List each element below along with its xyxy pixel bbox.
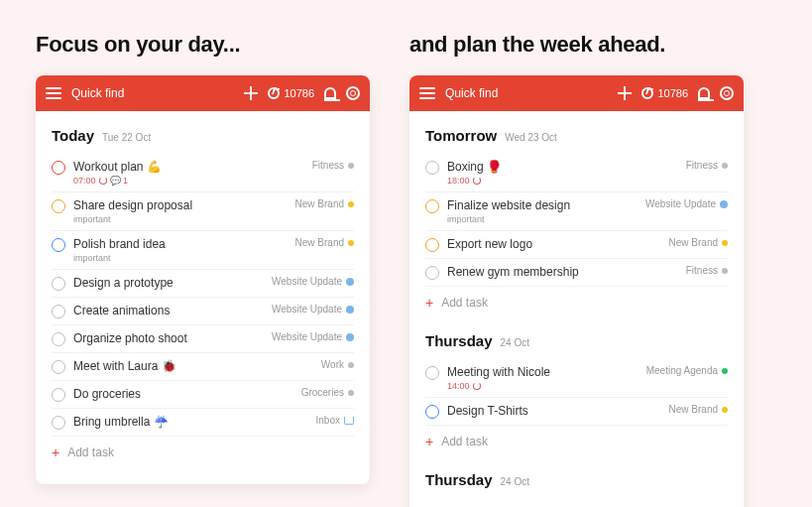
task-project[interactable]: New Brand bbox=[669, 237, 728, 248]
task-name: Design a prototype bbox=[73, 276, 264, 290]
add-task-button[interactable]: + Add task bbox=[425, 287, 728, 315]
task-project[interactable]: Website Update bbox=[272, 304, 354, 315]
settings-icon[interactable] bbox=[720, 86, 734, 100]
quick-find-input[interactable]: Quick find bbox=[445, 86, 618, 100]
task-project[interactable]: Fitness bbox=[686, 160, 728, 171]
task-name: Bring umbrella ☔ bbox=[73, 415, 308, 429]
topbar: Quick find 10786 bbox=[36, 75, 370, 111]
task-checkbox[interactable] bbox=[52, 388, 65, 402]
task-project[interactable]: New Brand bbox=[295, 237, 354, 248]
task-checkbox[interactable] bbox=[52, 416, 65, 430]
task-checkbox[interactable] bbox=[425, 366, 439, 380]
task-project[interactable]: Groceries bbox=[301, 387, 354, 398]
plus-icon: + bbox=[425, 295, 433, 311]
add-task-label: Add task bbox=[67, 445, 114, 459]
task-row[interactable]: Boxing 🥊 18:00 Fitness bbox=[425, 154, 728, 192]
task-row[interactable]: Share design proposal important New Bran… bbox=[52, 192, 354, 231]
project-dot-icon bbox=[722, 163, 728, 169]
task-checkbox[interactable] bbox=[52, 161, 65, 175]
menu-icon[interactable] bbox=[419, 87, 435, 99]
task-project[interactable]: New Brand bbox=[669, 404, 728, 415]
task-row[interactable]: Workout plan 💪 07:00💬 1 Fitness bbox=[52, 154, 354, 192]
task-name: Design T-Shirts bbox=[447, 404, 661, 418]
project-dot-icon bbox=[348, 240, 354, 246]
task-checkbox[interactable] bbox=[425, 266, 439, 280]
plus-icon: + bbox=[52, 444, 59, 460]
task-name: Create animations bbox=[73, 304, 264, 317]
task-name: Workout plan 💪 bbox=[73, 160, 304, 174]
task-checkbox[interactable] bbox=[52, 360, 65, 374]
add-task-button[interactable]: + Add task bbox=[425, 498, 728, 507]
task-row[interactable]: Bring umbrella ☔ Inbox bbox=[52, 409, 354, 437]
task-row[interactable]: Polish brand idea important New Brand bbox=[52, 231, 354, 270]
notifications-icon[interactable] bbox=[324, 87, 336, 99]
assignee-icon bbox=[346, 306, 354, 314]
add-task-label: Add task bbox=[441, 296, 488, 310]
task-row[interactable]: Organize photo shoot Website Update bbox=[52, 325, 354, 353]
task-project[interactable]: Website Update bbox=[272, 276, 354, 287]
recurring-icon bbox=[473, 382, 481, 390]
assignee-icon bbox=[346, 278, 354, 286]
add-icon[interactable] bbox=[618, 86, 632, 100]
recurring-icon bbox=[473, 177, 481, 185]
notifications-icon[interactable] bbox=[698, 87, 710, 99]
task-checkbox[interactable] bbox=[425, 238, 439, 252]
settings-icon[interactable] bbox=[346, 86, 360, 100]
project-dot-icon bbox=[348, 201, 354, 207]
task-project[interactable]: Fitness bbox=[312, 160, 354, 171]
menu-icon[interactable] bbox=[46, 87, 61, 99]
add-icon[interactable] bbox=[244, 86, 258, 100]
task-row[interactable]: Meeting with Nicole 14:00 Meeting Agenda bbox=[425, 359, 728, 398]
task-checkbox[interactable] bbox=[52, 199, 65, 213]
task-row[interactable]: Create animations Website Update bbox=[52, 298, 354, 325]
section-title: Thursday bbox=[425, 471, 493, 488]
project-dot-icon bbox=[722, 268, 728, 274]
task-project[interactable]: Work bbox=[321, 359, 354, 370]
task-row[interactable]: Meet with Laura 🐞 Work bbox=[52, 353, 354, 381]
task-project[interactable]: Inbox bbox=[316, 415, 354, 426]
section-header: Tomorrow Wed 23 Oct bbox=[425, 127, 728, 144]
assignee-icon bbox=[720, 200, 728, 208]
task-checkbox[interactable] bbox=[425, 405, 439, 419]
task-row[interactable]: Renew gym membership Fitness bbox=[425, 259, 728, 287]
task-checkbox[interactable] bbox=[52, 238, 65, 252]
task-name: Boxing 🥊 bbox=[447, 160, 678, 174]
topbar: Quick find 10786 bbox=[409, 75, 744, 111]
page-heading-right: and plan the week ahead. bbox=[409, 32, 744, 58]
task-checkbox[interactable] bbox=[52, 332, 65, 346]
task-name: Organize photo shoot bbox=[73, 331, 264, 345]
task-project[interactable]: Fitness bbox=[686, 265, 728, 276]
add-task-button[interactable]: + Add task bbox=[425, 426, 728, 453]
section-date: Tue 22 Oct bbox=[102, 132, 151, 143]
task-project[interactable]: Website Update bbox=[645, 198, 728, 209]
task-row[interactable]: Finalize website design important Websit… bbox=[425, 192, 728, 231]
project-dot-icon bbox=[348, 390, 354, 396]
task-name: Export new logo bbox=[447, 237, 661, 251]
project-dot-icon bbox=[348, 362, 354, 368]
task-row[interactable]: Do groceries Groceries bbox=[52, 381, 354, 409]
assignee-icon bbox=[346, 333, 354, 341]
task-row[interactable]: Export new logo New Brand bbox=[425, 231, 728, 259]
add-task-button[interactable]: + Add task bbox=[52, 437, 354, 464]
project-dot-icon bbox=[722, 368, 728, 374]
task-meta: important bbox=[73, 253, 288, 263]
task-name: Meet with Laura 🐞 bbox=[73, 359, 313, 373]
task-name: Finalize website design bbox=[447, 198, 638, 212]
karma-count[interactable]: 10786 bbox=[268, 87, 314, 99]
task-project[interactable]: New Brand bbox=[295, 198, 354, 209]
quick-find-input[interactable]: Quick find bbox=[71, 86, 244, 100]
task-checkbox[interactable] bbox=[425, 161, 439, 175]
app-card-upcoming: Quick find 10786 Tomorrow Wed 23 Oct Box… bbox=[409, 75, 744, 507]
karma-count[interactable]: 10786 bbox=[641, 87, 688, 99]
comment-count: 💬 1 bbox=[110, 176, 129, 186]
task-checkbox[interactable] bbox=[52, 277, 65, 291]
task-project[interactable]: Website Update bbox=[272, 331, 354, 342]
task-checkbox[interactable] bbox=[425, 199, 439, 213]
task-name: Polish brand idea bbox=[73, 237, 288, 251]
task-project[interactable]: Meeting Agenda bbox=[646, 365, 728, 376]
task-row[interactable]: Design T-Shirts New Brand bbox=[425, 398, 728, 426]
task-meta: important bbox=[73, 214, 288, 224]
section-title: Thursday bbox=[425, 332, 493, 349]
task-checkbox[interactable] bbox=[52, 305, 65, 318]
task-row[interactable]: Design a prototype Website Update bbox=[52, 270, 354, 298]
